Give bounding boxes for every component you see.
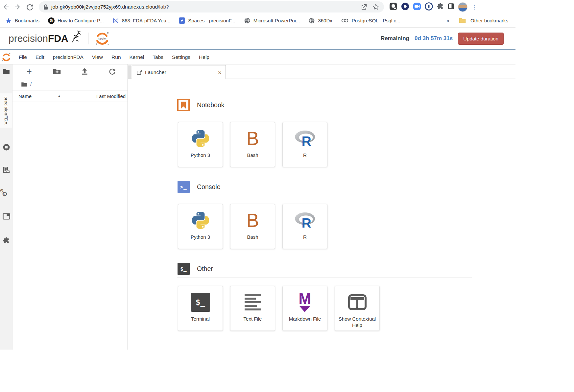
card-label: Python 3	[187, 152, 213, 158]
extensions-puzzle-icon[interactable]	[437, 3, 444, 12]
menu-kernel[interactable]: Kernel	[125, 54, 149, 60]
section-rule	[177, 278, 472, 278]
folder-icon	[459, 18, 466, 23]
bookmark-item[interactable]: 863: FDA-pFDA Yea...	[112, 17, 171, 24]
home-folder-icon[interactable]	[21, 82, 27, 87]
menu-view[interactable]: View	[88, 54, 107, 60]
menu-settings[interactable]: Settings	[168, 54, 195, 60]
other-section-title: Other	[197, 265, 213, 273]
name-column-header[interactable]: Name	[12, 93, 32, 99]
reload-icon[interactable]	[24, 1, 36, 13]
url-text[interactable]: job-gk0ypb00kj2vvjqq752yjx69.dnanexus.cl…	[51, 4, 356, 10]
launcher-card-console-r[interactable]: R R	[282, 204, 327, 249]
r-icon: R	[293, 125, 318, 152]
favicon-g: G	[48, 17, 55, 24]
upload-button[interactable]	[80, 66, 89, 76]
launcher-card-notebook-bash[interactable]: B Bash	[230, 122, 275, 167]
remaining-time: 0d 3h 57m 31s	[415, 35, 453, 42]
bookmark-item[interactable]: 360Dx	[308, 17, 332, 24]
launcher-card-contextual-help[interactable]: Show Contextual Help	[335, 286, 380, 331]
sidebar-tab-precisionfda[interactable]: precisionFDA	[0, 93, 12, 128]
launcher-card-console-python3[interactable]: Python 3	[178, 204, 223, 249]
bookmark-label: Bookmarks	[15, 18, 39, 23]
update-duration-button[interactable]: Update duration	[458, 33, 504, 45]
section-rule	[177, 114, 472, 114]
card-label: Text File	[240, 316, 265, 322]
new-folder-button[interactable]	[52, 66, 62, 76]
other-section-icon: $_	[177, 262, 190, 275]
python-icon	[190, 125, 211, 152]
card-label: Python 3	[187, 234, 213, 240]
bookmark-item[interactable]: Spaces - precisionF...	[179, 17, 235, 24]
bookmark-item[interactable]: Microsoft PowerPoi...	[244, 17, 300, 24]
forward-icon[interactable]	[12, 1, 24, 13]
browser-toolbar: job-gk0ypb00kj2vvjqq752yjx69.dnanexus.cl…	[0, 0, 515, 14]
extension-manager-tab-icon[interactable]	[0, 237, 12, 244]
card-label: R	[300, 234, 310, 240]
screen: job-gk0ypb00kj2vvjqq752yjx69.dnanexus.cl…	[0, 0, 574, 392]
extension-icon[interactable]	[401, 2, 409, 12]
bookmark-item[interactable]: PostgreSQL - Psql c...	[341, 18, 400, 23]
launcher-tab[interactable]: Launcher ×	[132, 65, 226, 79]
running-kernels-tab-icon[interactable]	[0, 143, 12, 151]
sidepanel-icon[interactable]	[448, 3, 454, 11]
console-section-title: Console	[197, 183, 221, 191]
bookmarks-manager-item[interactable]: Bookmarks	[5, 17, 39, 24]
svg-text:R: R	[301, 215, 311, 230]
launcher-card-markdown-file[interactable]: M Markdown File	[282, 286, 327, 331]
back-icon[interactable]	[0, 1, 12, 13]
sort-ascending-icon[interactable]: ▲	[58, 94, 61, 98]
menu-precisionfda[interactable]: precisionFDA	[49, 54, 88, 60]
favicon-links	[341, 18, 349, 23]
breadcrumb-root[interactable]: /	[30, 81, 32, 87]
console-section-icon: >_	[177, 181, 190, 193]
inspector-tab-icon[interactable]	[0, 166, 12, 174]
modified-column-header[interactable]: Last Modified	[96, 93, 126, 99]
markdown-icon: M	[299, 289, 311, 316]
profile-avatar[interactable]	[458, 2, 467, 12]
extensions-row	[389, 2, 467, 12]
bookmark-item[interactable]: G How to Configure P...	[48, 17, 104, 24]
file-browser-tab-icon[interactable]	[0, 68, 12, 74]
other-bookmarks-label[interactable]: Other bookmarks	[470, 18, 508, 23]
launcher-card-console-bash[interactable]: B Bash	[230, 204, 275, 249]
browser-menu-icon[interactable]: ⋮	[471, 4, 477, 11]
extension-icon[interactable]	[389, 2, 397, 12]
launcher-card-notebook-r[interactable]: R R	[282, 122, 327, 167]
refresh-button[interactable]	[107, 66, 117, 76]
menu-edit[interactable]: Edit	[31, 54, 49, 60]
launcher-card-text-file[interactable]: Text File	[230, 286, 275, 331]
breadcrumb: /	[12, 78, 128, 90]
column-divider	[75, 90, 75, 102]
new-launcher-button[interactable]: +	[24, 66, 34, 76]
menu-file[interactable]: File	[14, 54, 31, 60]
bookmark-label: 863: FDA-pFDA Yea...	[122, 18, 171, 23]
svg-text:R: R	[301, 134, 311, 148]
menu-tabs[interactable]: Tabs	[148, 54, 168, 60]
property-inspector-tab-icon[interactable]: ⚙⚙	[0, 190, 8, 198]
pfda-header: precisionFDA jupyter Remaining 0d 3h 57m…	[0, 28, 515, 50]
jupyter-menubar: File Edit precisionFDA View Run Kernel T…	[0, 50, 515, 64]
launcher-card-terminal[interactable]: $_ Terminal	[178, 286, 223, 331]
favicon-bowtie	[112, 17, 119, 24]
launcher-card-notebook-python3[interactable]: Python 3	[178, 122, 223, 167]
menu-run[interactable]: Run	[107, 54, 125, 60]
bookmarks-overflow-chevron[interactable]: »	[446, 17, 449, 24]
activity-bar: precisionFDA ⚙⚙	[0, 64, 12, 350]
close-tab-icon[interactable]: ×	[218, 69, 222, 76]
terminal-icon: $_	[191, 289, 210, 316]
bookmark-label: Microsoft PowerPoi...	[253, 18, 300, 23]
notebook-section-title: Notebook	[197, 101, 224, 109]
onepassword-extension-icon[interactable]	[425, 2, 433, 12]
bookmark-star-icon[interactable]	[372, 3, 379, 11]
url-bar[interactable]: job-gk0ypb00kj2vvjqq752yjx69.dnanexus.cl…	[39, 1, 384, 12]
bookmark-label: PostgreSQL - Psql c...	[352, 18, 400, 23]
menu-help[interactable]: Help	[195, 54, 214, 60]
bookmark-label: How to Configure P...	[58, 18, 104, 23]
zoom-extension-icon[interactable]	[413, 2, 421, 12]
share-icon[interactable]	[360, 3, 368, 11]
file-browser-toolbar: +	[12, 64, 128, 78]
vertical-tab-label: precisionFDA	[4, 96, 9, 125]
star-icon	[5, 17, 12, 24]
open-tabs-tab-icon[interactable]	[0, 213, 12, 220]
